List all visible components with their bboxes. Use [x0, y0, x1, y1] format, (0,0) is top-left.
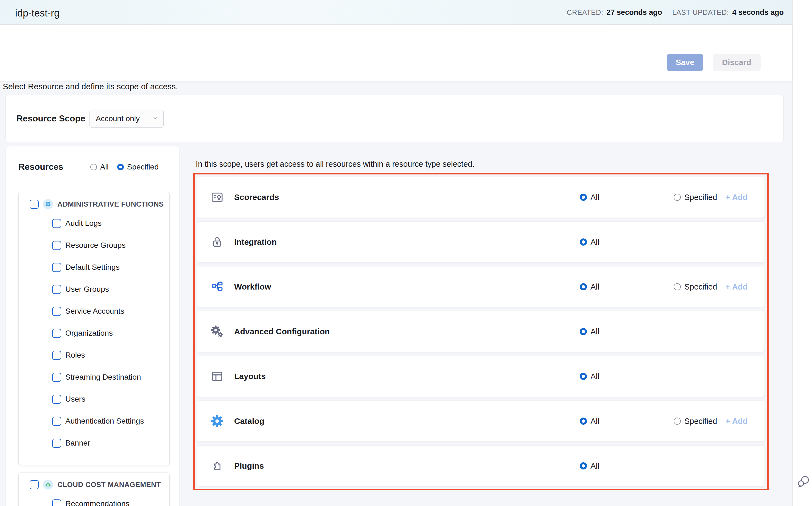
- row-all-radio[interactable]: All: [580, 461, 599, 471]
- resource-item-checkbox[interactable]: [52, 417, 61, 426]
- radio-icon[interactable]: [580, 283, 587, 290]
- catalog-icon: [211, 415, 224, 428]
- resource-item: Roles: [52, 344, 169, 366]
- save-button[interactable]: Save: [667, 54, 703, 71]
- resource-item-label: Recommendations: [65, 499, 129, 506]
- row-specified-label: Specified: [684, 417, 717, 426]
- resource-group-items: Audit Logs Resource Groups Default Setti…: [19, 213, 169, 454]
- row-specified-radio[interactable]: Specified: [674, 417, 717, 426]
- radio-icon[interactable]: [580, 238, 587, 246]
- resource-item-checkbox[interactable]: [52, 351, 61, 360]
- chevron-down-icon: [153, 115, 159, 122]
- workflow-icon: [211, 280, 224, 293]
- cloud-cost-management-icon: $: [43, 480, 53, 490]
- resource-item-checkbox[interactable]: [52, 439, 61, 448]
- resource-item-checkbox[interactable]: [52, 219, 61, 228]
- scope-info-text: In this scope, users get access to all r…: [196, 159, 475, 169]
- page-content: Resource Scope Account only Resources Al…: [0, 81, 792, 506]
- resource-item-label: Users: [65, 395, 85, 404]
- row-all-radio[interactable]: All: [580, 238, 599, 247]
- resource-type-row: Layouts All: [197, 356, 765, 397]
- header-meta: CREATED: 27 seconds ago LAST UPDATED: 4 …: [567, 0, 784, 25]
- resource-types-highlight-box: Scorecards All Specified + Add Integrati…: [193, 173, 769, 490]
- resource-item-checkbox[interactable]: [52, 373, 61, 382]
- row-add-link[interactable]: + Add: [725, 193, 747, 202]
- radio-icon[interactable]: [580, 373, 587, 380]
- row-all-label: All: [591, 327, 599, 336]
- row-all-label: All: [591, 238, 599, 247]
- resource-item: Banner: [52, 432, 169, 454]
- radio-icon[interactable]: [580, 462, 587, 470]
- radio-icon[interactable]: [674, 283, 681, 290]
- resource-type-label: Layouts: [234, 372, 266, 381]
- radio-icon[interactable]: [674, 194, 681, 201]
- resource-type-row: Catalog All Specified + Add: [197, 401, 765, 442]
- resource-scope-dropdown[interactable]: Account only: [90, 110, 164, 128]
- row-all-label: All: [591, 417, 599, 426]
- resource-type-label: Scorecards: [234, 192, 279, 202]
- resources-specified-label: Specified: [127, 163, 159, 171]
- resource-item-checkbox[interactable]: [52, 263, 61, 272]
- resources-header: Resources All Specified: [18, 162, 172, 172]
- resource-item-checkbox[interactable]: [52, 499, 61, 506]
- row-all-radio[interactable]: All: [580, 193, 599, 202]
- row-specified-label: Specified: [684, 193, 717, 202]
- radio-icon[interactable]: [580, 328, 587, 335]
- resource-item-label: Audit Logs: [65, 219, 102, 228]
- radio-icon[interactable]: [90, 164, 97, 170]
- created-value: 27 seconds ago: [606, 8, 662, 17]
- resource-type-label: Advanced Configuration: [234, 327, 330, 336]
- resource-group-label: CLOUD COST MANAGEMENT: [58, 481, 161, 489]
- row-specified-radio[interactable]: Specified: [674, 193, 717, 202]
- resource-type-label: Plugins: [234, 461, 264, 471]
- row-all-radio[interactable]: All: [580, 372, 599, 381]
- resources-all-label: All: [100, 163, 109, 171]
- resource-scope-value: Account only: [96, 114, 140, 123]
- row-add-link[interactable]: + Add: [725, 282, 747, 291]
- plugins-icon: [211, 459, 224, 473]
- row-add-link[interactable]: + Add: [725, 417, 747, 426]
- resource-scope-card: Resource Scope Account only: [5, 95, 784, 142]
- radio-icon[interactable]: [580, 418, 587, 425]
- row-all-radio[interactable]: All: [580, 417, 599, 426]
- right-gutter: [792, 0, 812, 506]
- resource-item: Default Settings: [52, 256, 169, 278]
- resource-item-label: Default Settings: [65, 263, 120, 272]
- resource-item-checkbox[interactable]: [52, 395, 61, 404]
- resources-sidebar: Resources All Specified ADMINISTRATIVE F…: [5, 146, 180, 506]
- discard-button[interactable]: Discard: [713, 54, 761, 71]
- resource-type-label: Workflow: [234, 282, 271, 291]
- resources-specified-radio[interactable]: Specified: [117, 163, 159, 171]
- last-updated-label: LAST UPDATED:: [672, 8, 729, 17]
- group-checkbox[interactable]: [30, 200, 39, 209]
- row-all-radio[interactable]: All: [580, 282, 599, 291]
- radio-icon[interactable]: [674, 418, 681, 425]
- group-checkbox[interactable]: [30, 480, 39, 489]
- resource-item-label: Service Accounts: [65, 307, 124, 316]
- chat-support-icon[interactable]: [796, 474, 811, 490]
- resource-item-checkbox[interactable]: [52, 285, 61, 294]
- row-specified-radio[interactable]: Specified: [674, 282, 717, 291]
- row-all-label: All: [591, 461, 599, 471]
- radio-icon[interactable]: [580, 194, 587, 201]
- resource-item-checkbox[interactable]: [52, 329, 61, 338]
- row-all-label: All: [591, 193, 599, 202]
- resource-item: Users: [52, 388, 169, 410]
- page-header: idp-test-rg CREATED: 27 seconds ago LAST…: [0, 0, 792, 25]
- resource-group-page: idp-test-rg CREATED: 27 seconds ago LAST…: [0, 0, 812, 506]
- action-bar: Select Resource and define its scope of …: [0, 25, 792, 81]
- resource-group-label: ADMINISTRATIVE FUNCTIONS: [58, 200, 164, 208]
- resource-item-checkbox[interactable]: [52, 241, 61, 250]
- created-label: CREATED:: [567, 8, 603, 17]
- resource-type-row: Workflow All Specified + Add: [197, 266, 765, 308]
- resources-all-radio[interactable]: All: [90, 163, 109, 171]
- layouts-icon: [211, 370, 224, 383]
- radio-icon[interactable]: [117, 164, 124, 170]
- resource-group-card: ADMINISTRATIVE FUNCTIONS Audit Logs Reso…: [18, 192, 170, 466]
- row-all-radio[interactable]: All: [580, 327, 599, 336]
- resource-item-checkbox[interactable]: [52, 307, 61, 316]
- resource-group-items: Recommendations: [19, 493, 169, 506]
- resource-item-label: Organizations: [65, 329, 113, 338]
- resource-item: Service Accounts: [52, 300, 169, 322]
- resource-group-header: $ CLOUD COST MANAGEMENT: [30, 478, 169, 491]
